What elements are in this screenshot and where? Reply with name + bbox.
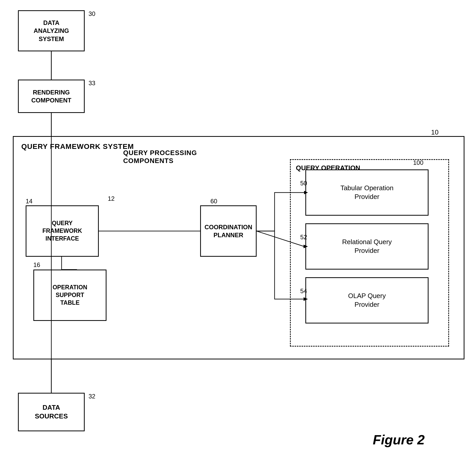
data-analyzing-system-box: DATA ANALYZING SYSTEM bbox=[18, 10, 85, 51]
coordination-planner-label: COORDINATION PLANNER bbox=[205, 223, 252, 239]
data-sources-box: DATA SOURCES bbox=[18, 393, 85, 431]
operation-support-table-label: OPERATION SUPPORT TABLE bbox=[53, 284, 87, 307]
query-framework-interface-label: QUERY FRAMEWORK INTERFACE bbox=[42, 219, 82, 243]
ref-10: 10 bbox=[431, 128, 439, 136]
rendering-component-box: RENDERING COMPONENT bbox=[18, 80, 85, 113]
ref-60: 60 bbox=[210, 198, 217, 205]
ref-32: 32 bbox=[89, 393, 95, 400]
ref-14: 14 bbox=[26, 198, 33, 205]
figure-caption: Figure 2 bbox=[373, 432, 425, 447]
ref-12: 12 bbox=[108, 195, 115, 202]
coordination-planner-box: COORDINATION PLANNER bbox=[200, 205, 257, 257]
olap-query-provider-label: OLAP Query Provider bbox=[348, 292, 386, 309]
query-framework-system-label: QUERY FRAMEWORK SYSTEM bbox=[21, 142, 134, 151]
relational-query-provider-box: Relational Query Provider bbox=[305, 223, 429, 270]
ref-54: 54 bbox=[300, 288, 307, 295]
relational-query-provider-label: Relational Query Provider bbox=[342, 238, 392, 255]
data-analyzing-system-label: DATA ANALYZING SYSTEM bbox=[34, 19, 69, 43]
ref-52: 52 bbox=[300, 234, 307, 241]
ref-30: 30 bbox=[89, 10, 95, 17]
data-sources-label: DATA SOURCES bbox=[35, 403, 68, 421]
tabular-operation-provider-label: Tabular Operation Provider bbox=[341, 184, 394, 201]
operation-support-table-box: OPERATION SUPPORT TABLE bbox=[33, 270, 106, 321]
query-framework-interface-box: QUERY FRAMEWORK INTERFACE bbox=[26, 205, 99, 257]
olap-query-provider-box: OLAP Query Provider bbox=[305, 277, 429, 323]
query-processing-components-label: QUERY PROCESSING COMPONENTS bbox=[123, 149, 197, 165]
rendering-component-label: RENDERING COMPONENT bbox=[31, 88, 71, 104]
ref-50: 50 bbox=[300, 180, 307, 187]
ref-33: 33 bbox=[89, 80, 95, 87]
ref-16: 16 bbox=[33, 261, 40, 269]
tabular-operation-provider-box: Tabular Operation Provider bbox=[305, 169, 429, 216]
diagram: DATA ANALYZING SYSTEM 30 RENDERING COMPO… bbox=[0, 0, 476, 468]
ref-100: 100 bbox=[413, 159, 423, 166]
